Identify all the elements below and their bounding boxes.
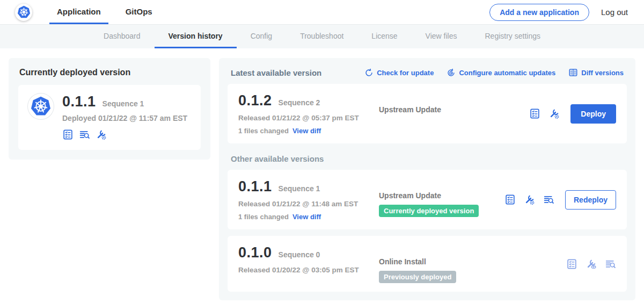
view-logs-icon[interactable] — [79, 129, 90, 140]
view-diff-link[interactable]: View diff — [292, 213, 321, 221]
release-notes-icon[interactable] — [566, 258, 577, 270]
version-info: 0.1.1 Sequence 1 Released 01/21/22 @ 11:… — [238, 178, 379, 221]
deployed-timestamp: Deployed 01/21/22 @ 11:57 am EST — [62, 114, 187, 122]
deployed-version-number: 0.1.1 — [62, 93, 96, 110]
subnav-registry-settings[interactable]: Registry settings — [471, 25, 554, 48]
version-source: Upstream Update — [379, 191, 504, 200]
version-row-0-1-2: 0.1.2 Sequence 2 Released 01/21/22 @ 05:… — [228, 84, 627, 143]
diff-icon — [568, 68, 578, 77]
app-subnav: Dashboard Version history Config Trouble… — [0, 25, 644, 48]
check-for-update-label: Check for update — [377, 69, 434, 77]
add-application-button[interactable]: Add a new application — [489, 4, 589, 21]
subnav-dashboard[interactable]: Dashboard — [90, 25, 155, 48]
version-sequence: Sequence 1 — [279, 184, 320, 193]
version-number: 0.1.2 — [238, 92, 272, 109]
files-changed: 1 files changed — [238, 127, 289, 135]
version-actions-col: Deploy — [529, 104, 616, 124]
version-source-col: Upstream Update — [379, 92, 529, 135]
checklist-icon — [62, 129, 74, 140]
files-changed: 1 files changed — [238, 213, 289, 221]
view-logs-icon[interactable] — [543, 194, 554, 205]
version-actions-col — [566, 258, 616, 270]
main-content: Currently deployed version 0.1.1 Sequenc… — [0, 48, 644, 303]
top-header: Application GitOps Add a new application… — [0, 0, 644, 25]
kubernetes-logo-icon — [17, 5, 31, 19]
edit-config-icon[interactable] — [96, 129, 107, 140]
version-source-col: Online Install Previously deployed — [379, 244, 566, 283]
refresh-icon — [364, 68, 374, 77]
edit-config-icon[interactable] — [548, 108, 560, 119]
version-released: Released 01/20/22 @ 03:05 pm EST — [238, 266, 379, 274]
configure-automatic-updates-link[interactable]: Configure automatic updates — [447, 68, 555, 77]
view-logs-icon[interactable] — [605, 258, 616, 270]
checklist-icon — [566, 258, 577, 270]
latest-version-header: Latest available version Check for updat… — [228, 66, 627, 84]
version-released: Released 01/21/22 @ 05:37 pm EST — [238, 114, 379, 122]
version-source-col: Upstream Update Currently deployed versi… — [379, 178, 504, 221]
app-icon-ring — [28, 93, 54, 119]
view-diff-link[interactable]: View diff — [292, 127, 321, 135]
deployed-sequence: Sequence 1 — [103, 99, 144, 108]
subnav-version-history[interactable]: Version history — [155, 25, 237, 48]
version-actions: Check for update Configure automatic upd… — [364, 68, 624, 77]
version-actions-col: Redeploy — [504, 190, 616, 210]
subnav-troubleshoot[interactable]: Troubleshoot — [286, 25, 357, 48]
latest-version-title: Latest available version — [231, 68, 321, 77]
configure-automatic-updates-label: Configure automatic updates — [459, 69, 555, 77]
tab-gitops[interactable]: GitOps — [118, 0, 160, 24]
other-versions-title: Other available versions — [231, 154, 624, 163]
currently-deployed-title: Currently deployed version — [19, 68, 200, 77]
edit-config-icon[interactable] — [524, 194, 535, 205]
wrench-gear-icon — [524, 194, 535, 205]
version-source: Upstream Update — [379, 105, 529, 114]
release-notes-icon[interactable] — [62, 129, 74, 140]
version-info: 0.1.2 Sequence 2 Released 01/21/22 @ 05:… — [238, 92, 379, 135]
subnav-config[interactable]: Config — [237, 25, 286, 48]
version-history-panel: Latest available version Check for updat… — [219, 58, 635, 300]
version-released: Released 01/21/22 @ 11:48 am EST — [238, 200, 379, 208]
diff-versions-label: Diff versions — [581, 69, 624, 77]
subnav-view-files[interactable]: View files — [412, 25, 471, 48]
release-notes-icon[interactable] — [504, 194, 516, 205]
check-for-update-link[interactable]: Check for update — [364, 68, 434, 77]
tab-application[interactable]: Application — [49, 0, 108, 24]
checklist-icon — [504, 194, 516, 205]
version-row-0-1-0: 0.1.0 Sequence 0 Released 01/20/22 @ 03:… — [228, 236, 627, 292]
version-number: 0.1.0 — [238, 244, 272, 261]
logs-magnifier-icon — [79, 129, 90, 140]
version-source: Online Install — [379, 257, 566, 266]
version-sequence: Sequence 2 — [279, 98, 320, 107]
schedule-update-icon — [447, 68, 456, 77]
diff-versions-link[interactable]: Diff versions — [568, 68, 624, 77]
deployed-version-details: 0.1.1 Sequence 1 Deployed 01/21/22 @ 11:… — [62, 93, 187, 140]
view-config-icon[interactable] — [586, 258, 597, 270]
topbar-right: Add a new application Log out — [489, 0, 628, 24]
subnav-license[interactable]: License — [357, 25, 411, 48]
version-info: 0.1.0 Sequence 0 Released 01/20/22 @ 03:… — [238, 244, 379, 283]
currently-deployed-panel: Currently deployed version 0.1.1 Sequenc… — [9, 58, 210, 160]
release-notes-icon[interactable] — [529, 108, 540, 119]
deploy-button[interactable]: Deploy — [570, 104, 616, 124]
currently-deployed-badge: Currently deployed version — [379, 205, 479, 217]
version-number: 0.1.1 — [238, 178, 272, 195]
deployed-version-card: 0.1.1 Sequence 1 Deployed 01/21/22 @ 11:… — [18, 85, 201, 150]
kubernetes-logo-icon — [30, 95, 52, 118]
checklist-icon — [529, 108, 540, 119]
redeploy-button[interactable]: Redeploy — [565, 190, 616, 210]
version-sequence: Sequence 0 — [279, 250, 320, 259]
logs-magnifier-icon — [605, 258, 616, 270]
wrench-gear-icon — [96, 129, 107, 140]
wrench-gear-icon — [548, 108, 560, 119]
wrench-eye-icon — [586, 258, 597, 270]
version-row-0-1-1: 0.1.1 Sequence 1 Released 01/21/22 @ 11:… — [228, 170, 627, 229]
previously-deployed-badge: Previously deployed — [379, 271, 456, 283]
logout-button[interactable]: Log out — [601, 8, 628, 17]
app-logo — [15, 4, 32, 21]
logs-magnifier-icon — [543, 194, 554, 205]
